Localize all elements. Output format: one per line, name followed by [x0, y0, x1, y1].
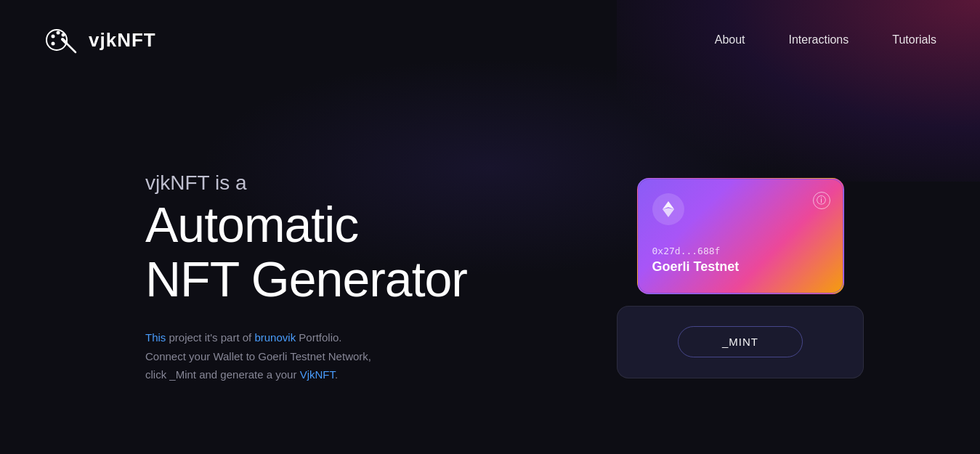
- svg-point-4: [52, 42, 55, 46]
- hero-title: Automatic NFT Generator: [145, 198, 509, 307]
- hero-desc-end: .: [335, 368, 338, 381]
- main-content: vjkNFT is a Automatic NFT Generator This…: [0, 80, 980, 454]
- eth-icon-circle: [652, 193, 684, 225]
- navbar: vjkNFT About Interactions Tutorials: [0, 0, 980, 80]
- nav-interactions[interactable]: Interactions: [789, 33, 849, 46]
- right-panel: ⓘ 0x27d...688f Goerli Testnet _MINT: [617, 178, 864, 378]
- hero-title-line2: NFT Generator: [145, 251, 467, 307]
- hero-desc-mid1: project it's part of: [166, 331, 254, 344]
- logo-area: vjkNFT: [44, 22, 156, 58]
- svg-line-6: [62, 39, 66, 43]
- svg-marker-7: [662, 201, 673, 209]
- mint-button[interactable]: _MINT: [678, 326, 803, 357]
- hero-text: vjkNFT is a Automatic NFT Generator This…: [145, 171, 509, 384]
- mint-card: _MINT: [617, 306, 864, 378]
- info-icon[interactable]: ⓘ: [813, 192, 830, 209]
- hero-description: This project it's part of brunovik Portf…: [145, 328, 400, 384]
- palette-icon: [44, 22, 80, 58]
- nav-about[interactable]: About: [715, 33, 745, 46]
- svg-marker-8: [662, 208, 673, 216]
- hero-desc-brunovik: brunovik: [254, 331, 296, 344]
- nav-links: About Interactions Tutorials: [715, 33, 936, 46]
- hero-subtitle: vjkNFT is a: [145, 171, 509, 195]
- nav-tutorials[interactable]: Tutorials: [892, 33, 936, 46]
- svg-point-1: [52, 35, 55, 38]
- svg-point-3: [62, 33, 65, 37]
- wallet-card: ⓘ 0x27d...688f Goerli Testnet: [637, 178, 844, 294]
- ethereum-icon: [660, 201, 676, 217]
- hero-title-line1: Automatic: [145, 197, 358, 252]
- svg-point-2: [57, 31, 60, 35]
- hero-desc-this: This: [145, 331, 166, 344]
- hero-desc-vjknft: VjkNFT: [300, 368, 335, 381]
- logo-text: vjkNFT: [89, 29, 156, 52]
